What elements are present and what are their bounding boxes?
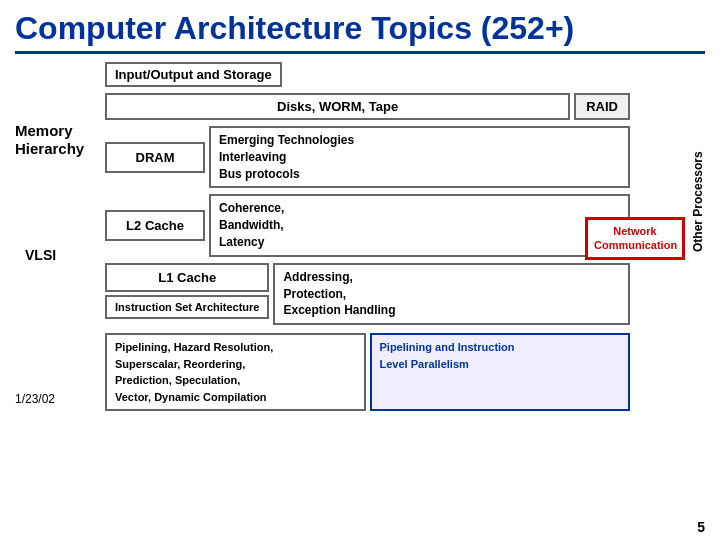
other-processors-label: Other Processors bbox=[691, 92, 705, 312]
date-label: 1/23/02 bbox=[15, 392, 55, 406]
center-content: Input/Output and Storage Disks, WORM, Ta… bbox=[105, 62, 630, 411]
disks-row: Disks, WORM, Tape RAID bbox=[105, 93, 630, 120]
disks-box: Disks, WORM, Tape bbox=[105, 93, 570, 120]
pipeline-parallel-box: Pipelining and Instruction Level Paralle… bbox=[370, 333, 631, 411]
main-area: Memory Hierarchy VLSI 1/23/02 Input/Outp… bbox=[15, 62, 705, 411]
l2-box: L2 Cache bbox=[105, 210, 205, 241]
isa-box: Instruction Set Architecture bbox=[105, 295, 269, 319]
coherence-box: Coherence, Bandwidth, Latency bbox=[209, 194, 630, 256]
left-labels: Memory Hierarchy VLSI 1/23/02 bbox=[15, 62, 105, 411]
addressing-box: Addressing, Protection, Exception Handli… bbox=[273, 263, 630, 325]
page-title: Computer Architecture Topics (252+) bbox=[15, 10, 705, 54]
page-container: Computer Architecture Topics (252+) Memo… bbox=[0, 0, 720, 540]
l2-row: L2 Cache Coherence, Bandwidth, Latency bbox=[105, 194, 630, 256]
dram-row: DRAM Emerging Technologies Interleaving … bbox=[105, 126, 630, 188]
l1-box: L1 Cache bbox=[105, 263, 269, 292]
pipeline-box: Pipelining, Hazard Resolution, Superscal… bbox=[105, 333, 366, 411]
raid-box: RAID bbox=[574, 93, 630, 120]
right-side: Network Communication Other Processors bbox=[630, 62, 705, 411]
io-storage-box: Input/Output and Storage bbox=[105, 62, 282, 87]
vlsi-label: VLSI bbox=[25, 247, 56, 263]
dram-box: DRAM bbox=[105, 142, 205, 173]
memory-hierarchy-label: Memory Hierarchy bbox=[15, 122, 100, 158]
l1-isa-col: L1 Cache Instruction Set Architecture bbox=[105, 263, 269, 319]
page-number: 5 bbox=[697, 519, 705, 535]
l1-addr-row: L1 Cache Instruction Set Architecture Ad… bbox=[105, 263, 630, 325]
network-comm-box: Network Communication bbox=[585, 217, 685, 260]
pipeline-row: Pipelining, Hazard Resolution, Superscal… bbox=[105, 333, 630, 411]
emerging-box: Emerging Technologies Interleaving Bus p… bbox=[209, 126, 630, 188]
